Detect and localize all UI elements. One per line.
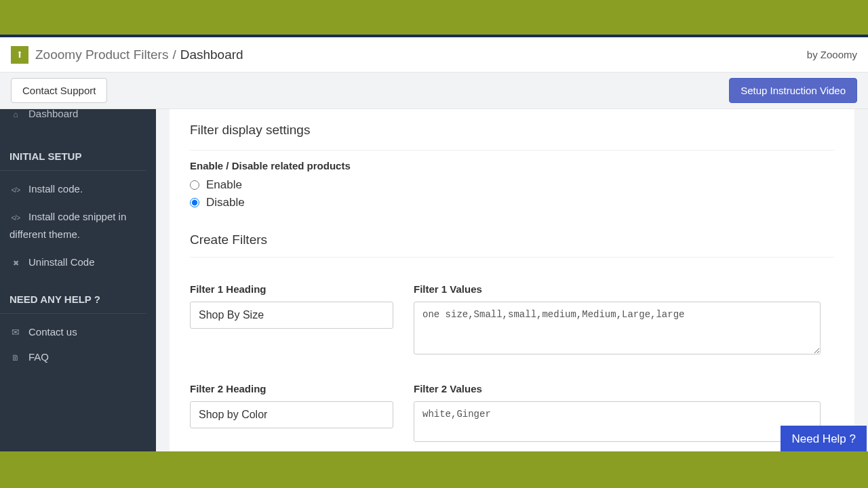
filter2-values-label: Filter 2 Values: [414, 383, 821, 394]
filter2-heading-input[interactable]: [190, 401, 393, 428]
filter1-heading-label: Filter 1 Heading: [190, 283, 393, 295]
by-attribution: by Zooomy: [807, 49, 857, 60]
sidebar-label: FAQ: [28, 351, 49, 363]
sidebar-label: Uninstall Code: [28, 256, 95, 268]
filter2-heading-label: Filter 2 Heading: [190, 383, 393, 394]
svg-rect-1: [19, 54, 20, 58]
svg-point-0: [18, 51, 21, 54]
divider: [190, 257, 834, 258]
sidebar: Dashboard INITIAL SETUP Install code. In…: [0, 109, 156, 451]
sidebar-item-contact-us[interactable]: Contact us: [0, 319, 156, 344]
sidebar-label: Install code snippet in different theme.: [9, 211, 126, 240]
sidebar-label: Contact us: [28, 326, 77, 338]
code-icon: [9, 209, 22, 226]
top-green-bar: [0, 0, 868, 35]
sidebar-section-help: NEED ANY HELP ?: [0, 274, 146, 314]
radio-enable-input[interactable]: [190, 180, 199, 190]
page-icon: [9, 352, 22, 363]
sidebar-section-initial-setup: INITIAL SETUP: [0, 126, 146, 171]
dashboard-icon: [9, 109, 22, 119]
sidebar-item-faq[interactable]: FAQ: [0, 344, 156, 369]
radio-disable[interactable]: Disable: [190, 196, 834, 209]
radio-disable-label: Disable: [206, 196, 245, 209]
filter-1-row: Filter 1 Heading Filter 1 Values: [190, 283, 834, 357]
sidebar-item-uninstall[interactable]: Uninstall Code: [0, 249, 156, 274]
sidebar-item-dashboard[interactable]: Dashboard: [0, 109, 156, 126]
close-icon: [9, 257, 22, 268]
mail-icon: [9, 327, 22, 338]
sidebar-label: Dashboard: [28, 109, 78, 119]
filter1-heading-input[interactable]: [190, 302, 393, 329]
filter1-values-label: Filter 1 Values: [414, 283, 821, 295]
setup-video-button[interactable]: Setup Instruction Video: [729, 78, 857, 103]
radio-enable[interactable]: Enable: [190, 178, 834, 192]
filter1-values-textarea[interactable]: [414, 302, 821, 354]
sidebar-item-install-snippet[interactable]: Install code snippet in different theme.: [0, 201, 156, 249]
filter2-values-textarea[interactable]: [414, 401, 821, 442]
breadcrumb-separator: /: [172, 47, 176, 62]
code-icon: [9, 184, 22, 195]
contact-support-button[interactable]: Contact Support: [11, 78, 107, 103]
main-content: Filter display settings Enable / Disable…: [156, 109, 868, 451]
settings-card: Filter display settings Enable / Disable…: [170, 109, 854, 451]
filter-2-row: Filter 2 Heading Filter 2 Values: [190, 383, 834, 445]
sidebar-label: Install code.: [28, 183, 83, 195]
create-filters-title: Create Filters: [190, 232, 834, 247]
action-bar: Contact Support Setup Instruction Video: [0, 73, 868, 109]
radio-disable-input[interactable]: [190, 198, 199, 207]
enable-disable-label: Enable / Disable related products: [190, 160, 834, 171]
divider: [190, 150, 834, 150]
app-logo-icon: [11, 46, 28, 64]
app-title: Zooomy Product Filters: [35, 47, 168, 62]
bottom-green-bar: [0, 451, 868, 488]
radio-enable-label: Enable: [206, 178, 242, 192]
sidebar-item-install-code[interactable]: Install code.: [0, 176, 156, 201]
breadcrumb-current: Dashboard: [180, 47, 243, 62]
app-header: Zooomy Product Filters / Dashboard by Zo…: [0, 37, 868, 73]
need-help-button[interactable]: Need Help ?: [781, 426, 867, 451]
filter-display-title: Filter display settings: [190, 123, 834, 138]
